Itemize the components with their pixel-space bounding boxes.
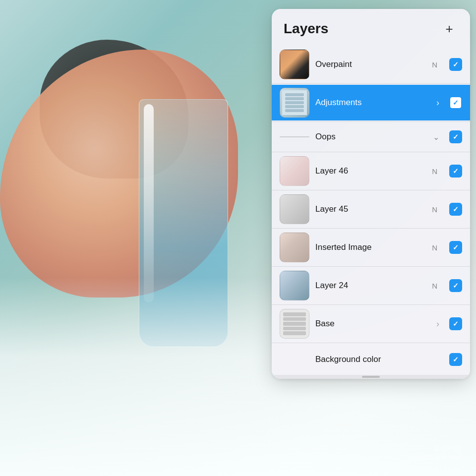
adj-line-3 xyxy=(285,101,304,104)
layer-name-layer24: Layer 24 xyxy=(315,281,348,291)
separator-5 xyxy=(272,228,470,229)
layer-row-oops[interactable]: Oops ⌄ xyxy=(272,123,470,151)
layer-row-inserted-image[interactable]: Inserted Image N xyxy=(272,230,470,265)
layer-row-layer24[interactable]: Layer 24 N xyxy=(272,268,470,303)
group-line-indicator xyxy=(280,136,309,137)
adj-line-5 xyxy=(285,109,304,112)
base-thumb-content xyxy=(280,309,309,338)
layer-name-layer45: Layer 45 xyxy=(315,204,348,214)
adj-line-1 xyxy=(285,93,304,96)
base-line-4 xyxy=(283,327,306,331)
base-line-1 xyxy=(283,312,306,316)
separator-6 xyxy=(272,266,470,267)
adj-line-4 xyxy=(285,105,304,108)
layer-name-oops: Oops xyxy=(315,132,427,142)
layer-visibility-oops[interactable] xyxy=(449,130,462,143)
bottom-indicator-dot xyxy=(362,376,380,378)
layer-name-background-color: Background color xyxy=(315,355,443,364)
glass-highlight xyxy=(144,104,154,302)
layer-visibility-background-color[interactable] xyxy=(449,353,462,366)
separator-4 xyxy=(272,190,470,190)
layer-row-layer45[interactable]: Layer 45 N xyxy=(272,191,470,227)
layer-row-adjustments[interactable]: Adjustments › xyxy=(272,85,470,120)
separator-8 xyxy=(272,343,470,343)
layer-name-adjustments: Adjustments xyxy=(315,98,362,108)
separator-3 xyxy=(272,152,470,152)
chevron-right-icon-base: › xyxy=(436,319,439,329)
layers-panel: Layers + Overpaint N Adjustments › xyxy=(272,9,470,379)
layer-visibility-base[interactable] xyxy=(449,317,462,330)
layer-name-layer46: Layer 46 xyxy=(315,166,348,176)
base-line-3 xyxy=(283,322,306,326)
base-line-2 xyxy=(283,317,306,321)
layer-row-layer46[interactable]: Layer 46 N xyxy=(272,153,470,189)
layer-mode-overpaint: N xyxy=(432,60,437,69)
layer-thumbnail-inserted-image xyxy=(280,233,309,262)
layer-visibility-adjustments[interactable] xyxy=(449,96,462,109)
chevron-down-icon-oops: ⌄ xyxy=(433,132,439,142)
layer-row-base[interactable]: Base › xyxy=(272,306,470,342)
layer-mode-inserted-image: N xyxy=(432,243,437,252)
layer-thumbnail-base xyxy=(280,309,309,339)
separator-7 xyxy=(272,304,470,305)
layer-info-layer24: Layer 24 xyxy=(315,281,426,291)
layer-info-base: Base xyxy=(315,319,430,329)
separator-2 xyxy=(272,121,470,122)
separator-1 xyxy=(272,83,470,84)
layer-visibility-inserted-image[interactable] xyxy=(449,241,462,254)
layer-name-inserted-image: Inserted Image xyxy=(315,242,371,252)
layer-visibility-overpaint[interactable] xyxy=(449,58,462,71)
panel-bottom-indicator xyxy=(272,375,470,379)
base-line-5 xyxy=(283,331,306,335)
layer-info-adjustments: Adjustments xyxy=(315,98,430,108)
layer-mode-layer46: N xyxy=(432,167,437,176)
layer-row-background-color[interactable]: Background color xyxy=(272,344,470,375)
layer-visibility-layer24[interactable] xyxy=(449,279,462,292)
layer-name-overpaint: Overpaint xyxy=(315,60,352,69)
panel-title: Layers xyxy=(284,21,328,37)
panel-header: Layers + xyxy=(272,9,470,47)
add-layer-button[interactable]: + xyxy=(440,20,458,38)
layer-thumbnail-overpaint xyxy=(280,50,309,79)
layer-row-overpaint[interactable]: Overpaint N xyxy=(272,47,470,82)
layer-mode-layer24: N xyxy=(432,282,437,290)
layer-name-base: Base xyxy=(315,319,335,329)
layer-info-layer45: Layer 45 xyxy=(315,204,426,214)
layer-thumbnail-adjustments xyxy=(280,88,309,118)
chevron-right-icon-adjustments: › xyxy=(436,98,439,108)
layer-info-overpaint: Overpaint xyxy=(315,60,426,69)
adj-thumb-content xyxy=(282,90,307,115)
layer-visibility-layer45[interactable] xyxy=(449,203,462,216)
layer-thumbnail-layer24 xyxy=(280,271,309,300)
layer-thumbnail-layer46 xyxy=(280,156,309,186)
layer-info-layer46: Layer 46 xyxy=(315,166,426,176)
layer-thumbnail-layer45 xyxy=(280,194,309,224)
layer-info-inserted-image: Inserted Image xyxy=(315,242,426,252)
layer-visibility-layer46[interactable] xyxy=(449,165,462,178)
adj-line-2 xyxy=(285,97,304,100)
layer-mode-layer45: N xyxy=(432,205,437,214)
